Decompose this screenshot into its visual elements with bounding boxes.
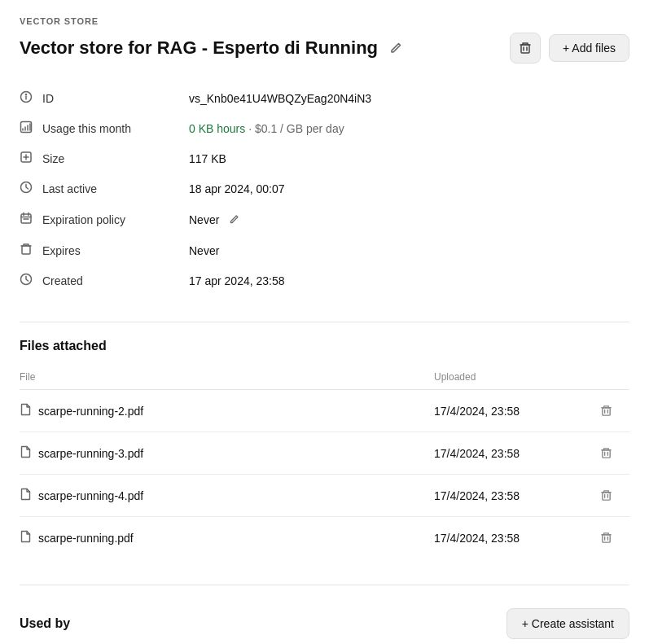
usage-label: Usage this month (42, 113, 189, 143)
col-uploaded-header: Uploaded (434, 366, 597, 390)
created-label: Created (42, 265, 189, 296)
expires-icon (20, 235, 42, 265)
create-assistant-button[interactable]: + Create assistant (506, 608, 629, 639)
svg-rect-0 (521, 45, 529, 53)
file-name-cell-2: scarpe-running-4.pdf (20, 475, 434, 517)
file-name-1: scarpe-running-3.pdf (38, 447, 143, 460)
expiration-value-text: Never (189, 213, 219, 226)
expiration-icon (20, 204, 42, 235)
section-label: VECTOR STORE (20, 16, 629, 26)
size-value: 117 KB (189, 143, 629, 173)
file-name-cell-1: scarpe-running-3.pdf (20, 432, 434, 475)
file-icon-2 (20, 488, 32, 503)
usage-icon (20, 113, 42, 143)
used-by-title: Used by (20, 616, 70, 631)
col-actions-header (597, 366, 629, 390)
size-label: Size (42, 143, 189, 173)
file-delete-cell-0 (597, 390, 629, 432)
file-delete-button-1[interactable] (597, 444, 616, 462)
page-title: Vector store for RAG - Esperto di Runnin… (20, 37, 378, 59)
edit-expiration-button[interactable] (226, 211, 243, 228)
expiration-label: Expiration policy (42, 204, 189, 235)
expires-value: Never (189, 235, 629, 265)
files-section-title: Files attached (20, 339, 629, 353)
add-files-label: + Add files (563, 42, 616, 55)
file-delete-button-2[interactable] (597, 486, 616, 505)
usage-value: 0 KB hours · $0.1 / GB per day (189, 113, 629, 143)
id-icon (20, 83, 42, 113)
file-name-cell-0: scarpe-running-2.pdf (20, 390, 434, 432)
file-name-3: scarpe-running.pdf (38, 532, 134, 545)
file-name-0: scarpe-running-2.pdf (38, 405, 143, 418)
table-row: scarpe-running-3.pdf 17/4/2024, 23:58 (20, 432, 629, 475)
expiration-value: Never (189, 204, 629, 235)
col-file-header: File (20, 366, 434, 390)
svg-rect-28 (603, 493, 610, 500)
last-active-value: 18 apr 2024, 00:07 (189, 173, 629, 204)
file-uploaded-2: 17/4/2024, 23:58 (434, 475, 597, 517)
last-active-icon (20, 173, 42, 204)
file-delete-button-0[interactable] (597, 401, 616, 420)
created-value: 17 apr 2024, 23:58 (189, 265, 629, 296)
file-uploaded-3: 17/4/2024, 23:58 (434, 517, 597, 559)
id-label: ID (42, 83, 189, 113)
id-value: vs_Knb0e41U4WBQZyEag20N4iN3 (189, 83, 629, 113)
edit-title-button[interactable] (386, 38, 406, 58)
svg-rect-20 (22, 246, 30, 254)
meta-usage-row: Usage this month 0 KB hours · $0.1 / GB … (20, 113, 629, 143)
expires-label: Expires (42, 235, 189, 265)
table-row: scarpe-running-2.pdf 17/4/2024, 23:58 (20, 390, 629, 432)
svg-rect-31 (603, 535, 610, 542)
usage-value-green: 0 KB hours (189, 122, 245, 135)
file-icon-0 (20, 403, 32, 418)
file-delete-cell-1 (597, 432, 629, 475)
created-icon (20, 265, 42, 296)
file-name-2: scarpe-running-4.pdf (38, 489, 143, 502)
svg-point-5 (26, 94, 27, 95)
add-files-button[interactable]: + Add files (549, 34, 629, 62)
size-icon (20, 143, 42, 173)
delete-button[interactable] (510, 33, 541, 64)
create-assistant-label: + Create assistant (522, 617, 614, 630)
file-delete-button-3[interactable] (597, 528, 616, 547)
table-row: scarpe-running.pdf 17/4/2024, 23:58 (20, 517, 629, 559)
meta-size-row: Size 117 KB (20, 143, 629, 173)
file-delete-cell-3 (597, 517, 629, 559)
meta-id-row: ID vs_Knb0e41U4WBQZyEag20N4iN3 (20, 83, 629, 113)
file-delete-cell-2 (597, 475, 629, 517)
usage-value-suffix: · $0.1 / GB per day (245, 122, 344, 135)
file-icon-3 (20, 530, 32, 545)
last-active-label: Last active (42, 173, 189, 204)
file-name-cell-3: scarpe-running.pdf (20, 517, 434, 559)
file-uploaded-1: 17/4/2024, 23:58 (434, 432, 597, 475)
file-icon-1 (20, 445, 32, 461)
meta-expiration-row: Expiration policy Never (20, 204, 629, 235)
divider-2 (20, 585, 629, 585)
divider-1 (20, 322, 629, 322)
meta-created-row: Created 17 apr 2024, 23:58 (20, 265, 629, 296)
table-row: scarpe-running-4.pdf 17/4/2024, 23:58 (20, 475, 629, 517)
meta-expires-row: Expires Never (20, 235, 629, 265)
files-table: File Uploaded scarpe-running-2.pdf 17/4/… (20, 366, 629, 559)
metadata-table: ID vs_Knb0e41U4WBQZyEag20N4iN3 Usage thi… (20, 83, 629, 296)
svg-rect-22 (603, 408, 610, 415)
meta-last-active-row: Last active 18 apr 2024, 00:07 (20, 173, 629, 204)
file-uploaded-0: 17/4/2024, 23:58 (434, 390, 597, 432)
svg-rect-25 (603, 450, 610, 458)
